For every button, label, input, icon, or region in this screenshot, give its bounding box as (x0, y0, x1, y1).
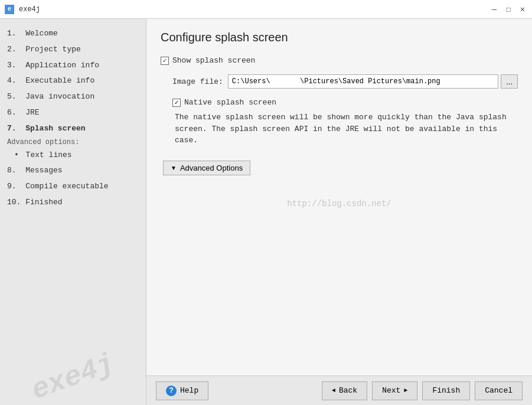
sidebar-item-application-info[interactable]: 3. Application info (5, 58, 141, 74)
native-splash-checkbox[interactable] (172, 99, 181, 107)
sidebar-item-text-lines[interactable]: • Text lines (5, 148, 141, 164)
finish-button[interactable]: Finish (422, 381, 470, 400)
content-area: Configure splash screen Show splash scre… (146, 19, 532, 375)
sidebar-item-finished[interactable]: 10. Finished (5, 195, 141, 211)
sidebar-item-executable-info[interactable]: 4. Executable info (5, 73, 141, 89)
sidebar-item-project-type[interactable]: 2. Project type (5, 42, 141, 58)
app-body: 1. Welcome 2. Project type 3. Applicatio… (0, 19, 532, 405)
help-icon: ? (166, 386, 177, 396)
image-file-input[interactable] (228, 74, 498, 89)
image-file-label: Image file: (172, 77, 223, 86)
next-icon: ► (404, 387, 407, 394)
triangle-down-icon: ▼ (171, 165, 177, 171)
sidebar-item-java-invocation[interactable]: 5. Java invocation (5, 89, 141, 105)
help-button[interactable]: ? Help (156, 381, 208, 400)
watermark-url: http://blog.csdn.net/ (161, 199, 518, 208)
sidebar-item-messages[interactable]: 8. Messages (5, 163, 141, 179)
show-splash-row: Show splash screen (161, 56, 518, 65)
page-title: Configure splash screen (161, 31, 518, 44)
title-bar: e exe4j — ☐ ✕ (0, 0, 532, 19)
next-button[interactable]: Next ► (372, 381, 417, 400)
window-controls: — ☐ ✕ (489, 5, 527, 14)
image-file-row: Image file: ... (161, 74, 518, 89)
finish-label: Finish (432, 386, 460, 395)
cancel-button[interactable]: Cancel (475, 381, 523, 400)
show-splash-checkbox-label[interactable]: Show splash screen (161, 56, 255, 65)
next-label: Next (382, 386, 400, 395)
native-splash-description: The native splash screen will be shown m… (172, 112, 518, 146)
advanced-options-button[interactable]: ▼ Advanced Options (163, 161, 250, 175)
sidebar-nav: 1. Welcome 2. Project type 3. Applicatio… (5, 26, 141, 398)
show-splash-checkbox[interactable] (161, 57, 169, 65)
main-content: Configure splash screen Show splash scre… (146, 19, 532, 405)
cancel-label: Cancel (485, 386, 513, 395)
sidebar-advanced-options-label: Advanced options: (5, 137, 141, 148)
back-label: Back (339, 386, 357, 395)
app-icon: e (5, 5, 14, 14)
minimize-button[interactable]: — (489, 5, 499, 14)
sidebar: 1. Welcome 2. Project type 3. Applicatio… (0, 19, 146, 405)
advanced-options-label: Advanced Options (180, 164, 243, 172)
back-icon: ◄ (332, 387, 335, 394)
native-splash-label: Native splash screen (184, 98, 276, 107)
sidebar-item-compile-executable[interactable]: 9. Compile executable (5, 179, 141, 195)
window-title: exe4j (19, 5, 489, 14)
show-splash-label: Show splash screen (172, 56, 255, 65)
sidebar-item-jre[interactable]: 6. JRE (5, 105, 141, 121)
sidebar-item-welcome[interactable]: 1. Welcome (5, 26, 141, 42)
browse-button[interactable]: ... (501, 74, 518, 89)
footer: ? Help ◄ Back Next ► Finish Cancel (146, 375, 532, 405)
maximize-button[interactable]: ☐ (504, 5, 513, 14)
native-splash-checkbox-row: Native splash screen (172, 98, 518, 107)
native-splash-section: Native splash screen The native splash s… (161, 98, 518, 146)
help-label: Help (180, 386, 198, 395)
close-button[interactable]: ✕ (518, 5, 527, 14)
back-button[interactable]: ◄ Back (322, 381, 367, 400)
sidebar-item-splash-screen[interactable]: 7. Splash screen (5, 121, 141, 137)
